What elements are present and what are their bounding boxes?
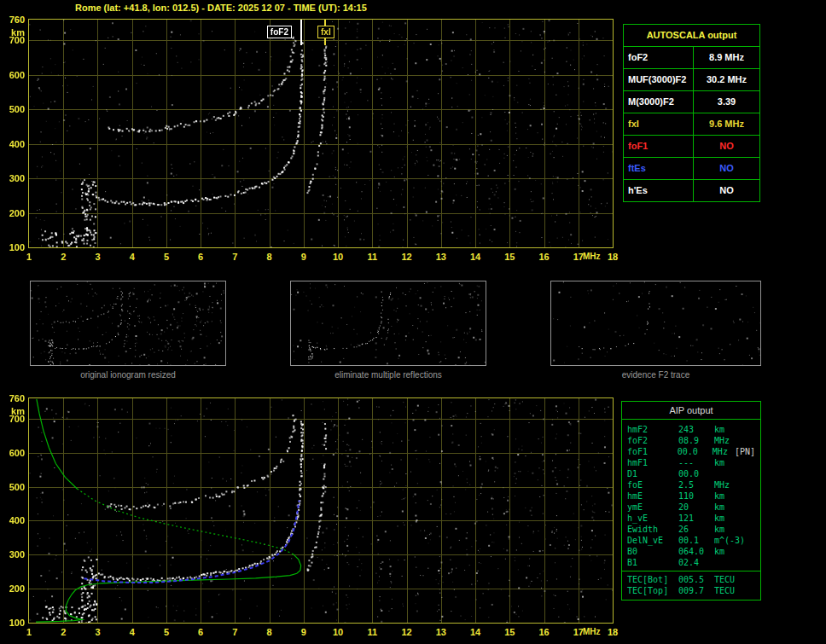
- thumbnail-original: original ionogram resized: [30, 281, 226, 380]
- aip-row-unit: TECU: [714, 574, 755, 585]
- aip-row-value: 121: [678, 513, 714, 524]
- aip-row-ymE: ymE20km: [622, 502, 760, 513]
- bottom-xtick-14: 14: [466, 627, 485, 637]
- aip-row-unit: m^(-3): [714, 535, 755, 546]
- autoscala-row-M3000F2: M(3000)F23.39: [624, 90, 759, 113]
- aip-row-unit: MHz[PN]: [713, 446, 755, 457]
- autoscala-row-label: fxI: [624, 113, 694, 135]
- thumbnail-caption-original: original ionogram resized: [30, 370, 226, 380]
- autoscala-row-foF2: foF28.9 MHz: [624, 46, 759, 68]
- aip-row-B0: B0064.0km: [622, 546, 760, 557]
- aip-table-header: AIP output: [622, 402, 760, 420]
- aip-row-unit: km: [714, 457, 755, 468]
- aip-row-value: 26: [678, 524, 714, 535]
- top-ytick-760: 760: [2, 15, 25, 25]
- bottom-ionogram-canvas: [29, 398, 613, 623]
- aip-row-value: 110: [678, 490, 714, 502]
- thumbnail-f2-evidence: evidence F2 trace: [550, 281, 761, 380]
- top-ytick-500: 500: [2, 104, 25, 114]
- top-xtick-18: 18: [603, 252, 622, 262]
- aip-row-extra: [PN]: [735, 447, 755, 456]
- aip-table-divider: [622, 571, 760, 571]
- aip-row-value: 08.9: [678, 435, 714, 446]
- aip-row-TECTop: TEC[Top]009.7TECU: [622, 585, 760, 596]
- autoscala-row-value: 9.6 MHz: [694, 113, 759, 135]
- aip-row-label: foE: [627, 479, 678, 490]
- bottom-xtick-5: 5: [157, 627, 176, 637]
- aip-row-Ewidth: Ewidth26km: [622, 524, 760, 535]
- autoscala-row-value: 8.9 MHz: [694, 47, 759, 68]
- top-xtick-16: 16: [535, 252, 554, 262]
- bottom-xtick-1: 1: [20, 627, 38, 637]
- autoscala-table-header: AUTOSCALA output: [624, 25, 759, 46]
- top-xtick-14: 14: [466, 252, 485, 262]
- thumbnail-f2-evidence-canvas: [550, 281, 761, 366]
- aip-row-label: foF1: [627, 446, 678, 457]
- aip-row-label: ymE: [627, 502, 678, 513]
- top-xtick-2: 2: [54, 252, 73, 262]
- autoscala-row-label: foF1: [624, 136, 694, 157]
- aip-row-value: 02.4: [678, 557, 714, 568]
- aip-row-B1: B102.4: [622, 557, 760, 568]
- top-xtick-8: 8: [260, 252, 279, 262]
- aip-row-label: TEC[Top]: [627, 585, 678, 596]
- aip-row-label: hmE: [627, 490, 678, 502]
- aip-row-value: 009.7: [678, 585, 714, 596]
- bottom-xtick-6: 6: [191, 627, 210, 637]
- aip-row-label: foF2: [627, 435, 678, 446]
- bottom-xtick-18: 18: [603, 627, 622, 637]
- aip-output-table: AIP output hmF2243kmfoF208.9MHzfoF100.0M…: [621, 401, 761, 600]
- aip-row-label: h_vE: [627, 513, 678, 524]
- aip-row-unit: km: [714, 546, 755, 557]
- bottom-ytick-200: 200: [2, 583, 25, 594]
- bottom-xtick-13: 13: [432, 627, 451, 637]
- aip-row-unit: MHz: [714, 435, 755, 446]
- aip-row-label: Ewidth: [627, 524, 678, 535]
- aip-row-label: TEC[Bot]: [627, 574, 678, 585]
- bottom-ionogram-plot: [28, 397, 614, 624]
- top-xtick-6: 6: [191, 252, 210, 262]
- top-xtick-5: 5: [157, 252, 176, 262]
- bottom-xtick-8: 8: [260, 627, 279, 637]
- aip-row-hmF1: hmF1---km: [622, 457, 760, 468]
- aip-row-label: hmF2: [627, 424, 678, 435]
- autoscala-table-body: foF28.9 MHzMUF(3000)F230.2 MHzM(3000)F23…: [624, 46, 759, 201]
- aip-row-value: 064.0: [678, 546, 714, 557]
- aip-row-hmF2: hmF2243km: [622, 424, 760, 435]
- bottom-xtick-3: 3: [88, 627, 107, 637]
- top-ionogram-canvas: [29, 20, 613, 247]
- thumbnail-caption-no-multiples: eliminate multiple reflections: [290, 370, 486, 380]
- aip-row-value: 00.1: [678, 535, 714, 546]
- aip-table-body: hmF2243kmfoF208.9MHzfoF100.0MHz[PN]hmF1-…: [622, 424, 760, 596]
- aip-row-unit: TECU: [714, 585, 755, 596]
- aip-row-TECBot: TEC[Bot]005.5TECU: [622, 574, 760, 585]
- aip-row-foF2: foF208.9MHz: [622, 435, 760, 446]
- autoscala-row-value: 30.2 MHz: [694, 69, 759, 90]
- autoscala-row-fxI: fxI9.6 MHz: [624, 113, 759, 135]
- aip-row-value: ---: [678, 457, 714, 468]
- aip-row-D1: D100.0: [622, 468, 760, 479]
- bottom-ytick-760: 760: [2, 393, 25, 403]
- autoscala-window: Rome (lat: +41.8, lon: 012.5) - DATE: 20…: [0, 0, 826, 644]
- aip-row-label: D1: [627, 468, 678, 479]
- top-xtick-9: 9: [294, 252, 313, 262]
- top-xtick-15: 15: [500, 252, 519, 262]
- top-ytick-400: 400: [2, 139, 25, 149]
- autoscala-row-value: NO: [694, 180, 759, 201]
- top-ytick-200: 200: [2, 208, 25, 218]
- top-ytick-600: 600: [2, 70, 25, 80]
- top-xtick-4: 4: [123, 252, 142, 262]
- autoscala-output-table: AUTOSCALA output foF28.9 MHzMUF(3000)F23…: [623, 24, 760, 202]
- top-xtick-7: 7: [225, 252, 244, 262]
- bottom-y-unit: km: [2, 406, 25, 416]
- autoscala-row-value: 3.39: [694, 91, 759, 113]
- aip-row-DelNvE: DelN_vE00.1m^(-3): [622, 535, 760, 546]
- bottom-ytick-300: 300: [2, 549, 25, 560]
- aip-row-label: B1: [627, 557, 678, 568]
- bottom-xtick-7: 7: [225, 627, 244, 637]
- aip-row-foF1: foF100.0MHz[PN]: [622, 446, 760, 457]
- bottom-xtick-11: 11: [363, 627, 381, 637]
- autoscala-row-label: h'Es: [624, 180, 694, 201]
- thumbnail-no-multiples-canvas: [290, 281, 486, 366]
- thumbnail-original-canvas: [30, 281, 226, 366]
